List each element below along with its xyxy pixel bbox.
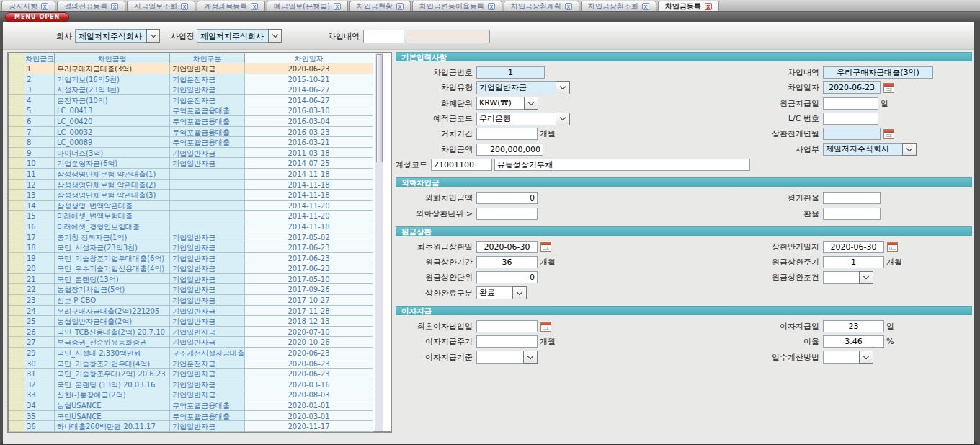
calendar-icon[interactable] bbox=[883, 83, 894, 93]
table-row[interactable]: 1우리구매자금대출(3억)기업일반자금2020-06-23 bbox=[9, 63, 375, 74]
table-row[interactable]: 22농협장기차입금(5억)기업일반자금2017-09-26 bbox=[9, 284, 375, 295]
table-row[interactable]: 8LC_00089무역포괄금융대출2016-03-21 bbox=[9, 137, 375, 148]
close-icon[interactable]: x bbox=[111, 3, 118, 10]
table-row[interactable]: 18국민_시설자금(23억3천)기업일반자금2017-06-23 bbox=[9, 242, 375, 253]
chevron-down-icon[interactable] bbox=[512, 286, 527, 299]
table-row[interactable]: 31국민_기술창조우대(2억) 20.6.23기업일반자금2020-06-23 bbox=[9, 369, 375, 379]
select-currency-unit[interactable]: KRW(₩) bbox=[476, 97, 538, 110]
table-row[interactable]: 27부국증권_선순위유동화증권기업일반자금2020-10-26 bbox=[9, 337, 375, 348]
close-icon[interactable]: x bbox=[396, 3, 404, 10]
tab-resolution-slip[interactable]: 결의전표등록x bbox=[57, 1, 125, 11]
input-fx-loan-amount[interactable]: 0 bbox=[476, 192, 538, 204]
table-row[interactable]: 35국민USANCE무역포괄금융대출2020-03-01 bbox=[9, 411, 375, 422]
calendar-icon[interactable] bbox=[540, 322, 551, 332]
input-account-code[interactable]: 21001100 bbox=[431, 159, 492, 171]
select-deposit-code[interactable]: 우리은행 bbox=[476, 113, 570, 125]
select-day-count-method[interactable] bbox=[823, 351, 873, 364]
close-icon[interactable]: x bbox=[565, 3, 572, 10]
input-first-interest-date[interactable] bbox=[476, 320, 538, 332]
table-row[interactable]: 34농협USANCE무역포괄금융대출2020-01-01 bbox=[9, 400, 375, 411]
loan-desc-code-input[interactable] bbox=[363, 30, 404, 43]
tab-deposit-daily-by-bank[interactable]: 예금일보(은행별)x bbox=[267, 1, 348, 11]
select-business-unit[interactable]: 제일저지주식회사 bbox=[823, 143, 917, 156]
table-row[interactable]: 17중기청 정책자금(1억)기업일반자금2017-05-02 bbox=[9, 232, 375, 243]
table-row[interactable]: 6LC_00420무역포괄금융대출2016-03-04 bbox=[9, 116, 375, 127]
chevron-down-icon[interactable] bbox=[146, 29, 160, 43]
table-row[interactable]: 36하나대출260백만원 20.11.17기업일반자금2020-11-17 bbox=[9, 421, 375, 432]
table-row[interactable]: 15미래에셋_변액보험대출2014-11-20 bbox=[9, 211, 375, 221]
tab-loan-status[interactable]: 차입금현황x bbox=[349, 1, 411, 11]
table-scrollbar-thumb[interactable] bbox=[376, 54, 383, 162]
table-row[interactable]: 24우리구매자금대출(2억)221205기업일반자금2017-11-28 bbox=[9, 306, 375, 317]
tab-fund-daily-inquiry[interactable]: 자금일보조회x bbox=[127, 1, 195, 11]
chevron-down-icon[interactable] bbox=[902, 143, 917, 156]
table-row[interactable]: 10기업운영자금(6억)기업일반자금2014-07-25 bbox=[9, 158, 375, 169]
input-maturity-date[interactable]: 2020-06-30 bbox=[823, 241, 884, 253]
table-row[interactable]: 13삼성생명단체보험 약관대출(3)2014-11-18 bbox=[9, 190, 375, 201]
input-interest-rate[interactable]: 3.46 bbox=[823, 335, 884, 348]
company-select[interactable]: 제일저지주식회사 bbox=[75, 29, 160, 43]
table-row[interactable]: 16미래에셋_경영인보험대출2014-11-18 bbox=[9, 221, 375, 232]
calendar-icon[interactable] bbox=[883, 129, 894, 139]
close-icon[interactable]: x bbox=[488, 3, 495, 10]
menu-open-button[interactable]: MENU OPEN bbox=[5, 12, 69, 22]
table-row[interactable]: 23신보 P-CBO기업일반자금2017-10-27 bbox=[9, 295, 375, 306]
table-row[interactable]: 30국민_기술창조기업우대(4억)기업운전자금2020-06-23 bbox=[9, 358, 375, 369]
chevron-down-icon[interactable] bbox=[859, 351, 873, 364]
chevron-down-icon[interactable] bbox=[859, 271, 873, 284]
chevron-down-icon[interactable] bbox=[524, 97, 538, 110]
table-row[interactable]: 19국민_기술창조기업우대대출(6억)기업일반자금2017-06-23 bbox=[9, 253, 375, 264]
input-principal-cycle[interactable]: 1 bbox=[823, 256, 884, 268]
chevron-down-icon[interactable] bbox=[268, 29, 282, 43]
tab-account-register[interactable]: 계정과목등록x bbox=[197, 1, 265, 11]
input-exchange-rate[interactable] bbox=[823, 208, 881, 220]
input-grace-period[interactable] bbox=[476, 128, 538, 140]
table-row[interactable]: 2기업기보(16억5천)기업운전자금2015-10-21 bbox=[9, 74, 375, 85]
loan-desc-name-input[interactable] bbox=[406, 30, 490, 43]
close-icon[interactable]: x bbox=[705, 3, 712, 10]
input-principal-unit[interactable]: 0 bbox=[476, 271, 538, 283]
close-icon[interactable]: x bbox=[334, 3, 341, 10]
close-icon[interactable]: x bbox=[251, 3, 258, 10]
input-interest-payment-day[interactable]: 23 bbox=[823, 320, 884, 332]
chevron-down-icon[interactable] bbox=[523, 351, 538, 364]
table-row[interactable]: 29국민_시설대 2,330백만원구조개선시설자금대출2020-06-23 bbox=[9, 348, 375, 358]
input-first-principal-date[interactable]: 2020-06-30 bbox=[476, 241, 538, 253]
site-select[interactable]: 제일저지주식회사 bbox=[197, 29, 282, 43]
input-principal-period[interactable]: 36 bbox=[476, 256, 538, 268]
input-loan-amount[interactable]: 200,000,000 bbox=[476, 144, 543, 156]
table-row[interactable]: 25농협일반자금대출(2억)기업일반자금2018-12-13 bbox=[9, 316, 375, 327]
table-row[interactable]: 5LC_00413무역포괄금융대출2016-03-10 bbox=[9, 105, 375, 116]
input-account-code-name[interactable]: 유동성장기부채 bbox=[494, 159, 750, 171]
calendar-icon[interactable] bbox=[540, 242, 551, 252]
input-fx-repayment-unit[interactable] bbox=[476, 208, 538, 220]
table-row[interactable]: 11삼성생명단체보험 약관대출(1)2014-11-18 bbox=[9, 169, 375, 180]
table-row[interactable]: 26국민_TCB신용대출(2억) 20.7.10기업일반자금2020-07-10 bbox=[9, 327, 375, 338]
select-interest-basis[interactable] bbox=[476, 351, 538, 364]
input-principal-payment-day[interactable] bbox=[823, 97, 878, 110]
table-row[interactable]: 32국민_온랜딩 (13억) 20.03.16기업일반자금2020-03-16 bbox=[9, 379, 375, 390]
calendar-icon[interactable] bbox=[887, 242, 898, 252]
close-icon[interactable]: x bbox=[181, 3, 188, 10]
close-icon[interactable]: x bbox=[642, 3, 649, 10]
close-icon[interactable]: x bbox=[41, 3, 48, 10]
select-loan-type[interactable]: 기업일반자금 bbox=[476, 81, 570, 94]
table-row[interactable]: 3시설자금(23억3천)기업일반자금2014-06-27 bbox=[9, 84, 375, 95]
table-row[interactable]: 7LC_00032무역포괄금융대출2016-03-23 bbox=[9, 127, 375, 138]
tab-notice[interactable]: 공지사항x bbox=[1, 1, 55, 11]
input-loan-date[interactable]: 2020-06-23 bbox=[823, 81, 881, 94]
input-loan-description[interactable]: 우리구매자금대출(3억) bbox=[823, 66, 933, 79]
tab-loan-repayment-plan[interactable]: 차입금상환계획x bbox=[504, 1, 579, 11]
table-row[interactable]: 14삼성생명_변액약관대출2014-11-20 bbox=[9, 201, 375, 211]
table-row[interactable]: 12삼성생명단체보험 약관대출(2)2014-11-18 bbox=[9, 180, 375, 190]
table-row[interactable]: 20국민_우수기술기업신용대출(4억)기업일반자금2017-06-23 bbox=[9, 263, 375, 274]
table-row[interactable]: 4운전자금(10억)기업운전자금2014-06-27 bbox=[9, 95, 375, 106]
table-row[interactable]: 21국민_온랜딩(13억)기업일반자금2017-05-10 bbox=[9, 274, 375, 285]
input-loan-number[interactable]: 1 bbox=[476, 66, 545, 79]
table-row[interactable]: 33신한(-)통장예금(2억)기업일반자금2020-08-03 bbox=[9, 389, 375, 400]
input-valuation-rate[interactable] bbox=[823, 192, 881, 204]
select-principal-condition[interactable] bbox=[823, 271, 873, 284]
tab-loan-repayment-inquiry[interactable]: 차입금상환조회x bbox=[581, 1, 656, 11]
table-row[interactable]: 9마이너스(3억)기업일반자금2011-03-18 bbox=[9, 148, 375, 159]
input-lc-number[interactable] bbox=[823, 113, 878, 125]
